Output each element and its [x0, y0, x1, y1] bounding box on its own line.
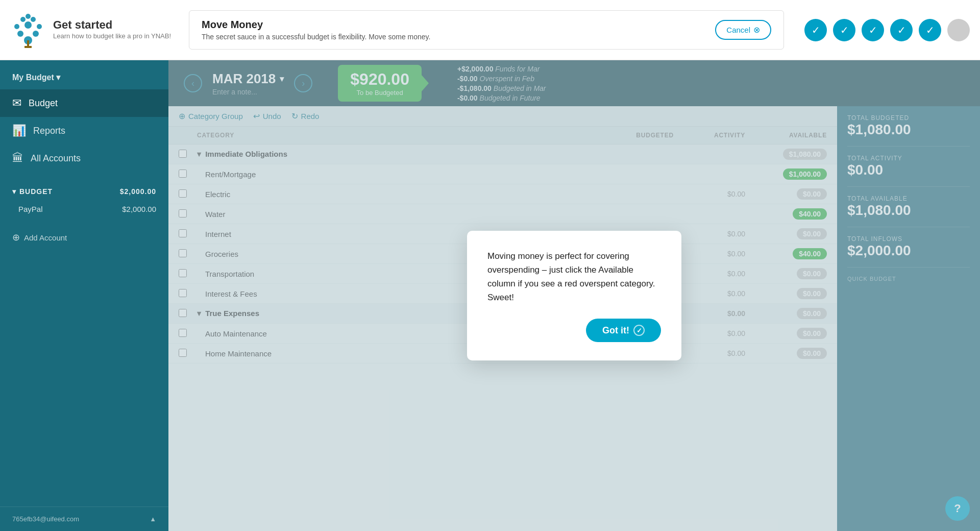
svg-point-3 [14, 24, 19, 29]
svg-point-2 [33, 31, 39, 37]
top-right-icons: ✓ ✓ ✓ ✓ ✓ [804, 19, 970, 41]
modal-overlay: Moving money is perfect for covering ove… [168, 60, 980, 531]
top-bar: Get started Learn how to budget like a p… [0, 0, 980, 60]
svg-point-4 [24, 21, 32, 29]
logo-text: Get started Learn how to budget like a p… [53, 18, 171, 41]
check-icon-2[interactable]: ✓ [833, 19, 855, 41]
reports-label: Reports [33, 126, 65, 136]
expand-icon: ▾ [12, 187, 16, 196]
sidebar-footer: 765efb34@uifeed.com ▲ [0, 506, 168, 531]
banner-description: The secret sauce in a successful budget … [202, 33, 430, 41]
main-layout: My Budget ▾ ✉ Budget 📊 Reports 🏛 All Acc… [0, 60, 980, 531]
account-amount: $2,000.00 [122, 205, 156, 213]
my-budget-label: My Budget ▾ [12, 73, 60, 82]
budget-area: ‹ MAR 2018 ▾ Enter a note... › $920.00 T… [168, 60, 980, 531]
section-label: BUDGET [19, 187, 53, 196]
check-icon-1[interactable]: ✓ [804, 19, 827, 41]
got-it-button[interactable]: Got it! ✓ [586, 319, 661, 342]
sidebar-accounts: ▾ BUDGET $2,000.00 PayPal $2,000.00 [0, 177, 168, 223]
sidebar: My Budget ▾ ✉ Budget 📊 Reports 🏛 All Acc… [0, 60, 168, 531]
sidebar-nav: My Budget ▾ ✉ Budget 📊 Reports 🏛 All Acc… [0, 60, 168, 177]
add-account-icon: ⊕ [12, 232, 20, 243]
got-it-check-icon: ✓ [633, 325, 645, 336]
move-money-banner: Move Money The secret sauce in a success… [189, 10, 784, 50]
modal-box: Moving money is perfect for covering ove… [467, 231, 681, 361]
accounts-section-header[interactable]: ▾ BUDGET $2,000.00 [0, 182, 168, 201]
sidebar-item-all-accounts[interactable]: 🏛 All Accounts [0, 144, 168, 172]
footer-expand-icon[interactable]: ▲ [150, 515, 156, 523]
get-started-title: Get started [53, 18, 171, 32]
modal-body-text: Moving money is perfect for covering ove… [487, 249, 661, 305]
budget-icon: ✉ [12, 96, 21, 110]
reports-icon: 📊 [12, 124, 26, 137]
svg-point-1 [17, 31, 23, 37]
cancel-label: Cancel [726, 26, 750, 34]
got-it-label: Got it! [602, 325, 629, 336]
add-account-label: Add Account [24, 233, 67, 242]
svg-point-5 [37, 24, 42, 29]
banner-title: Move Money [202, 19, 430, 31]
get-started-description: Learn how to budget like a pro in YNAB! [53, 32, 171, 41]
check-icon-4[interactable]: ✓ [890, 19, 913, 41]
add-account-button[interactable]: ⊕ Add Account [0, 226, 168, 249]
account-item-paypal[interactable]: PayPal $2,000.00 [0, 201, 168, 218]
ynab-logo-icon [10, 12, 46, 48]
svg-point-7 [31, 17, 36, 22]
banner-content: Move Money The secret sauce in a success… [202, 19, 430, 41]
check-icon-6[interactable] [947, 19, 970, 41]
sidebar-item-budget[interactable]: ✉ Budget [0, 89, 168, 117]
all-accounts-icon: 🏛 [12, 152, 23, 165]
check-icon-3[interactable]: ✓ [862, 19, 884, 41]
cancel-icon: ⊗ [753, 25, 760, 35]
user-email: 765efb34@uifeed.com [12, 515, 79, 523]
sidebar-item-reports[interactable]: 📊 Reports [0, 117, 168, 144]
svg-point-8 [26, 14, 31, 19]
all-accounts-label: All Accounts [31, 153, 81, 164]
cancel-button[interactable]: Cancel ⊗ [715, 20, 771, 40]
svg-point-6 [20, 17, 26, 22]
account-name: PayPal [18, 205, 43, 213]
section-amount: $2,000.00 [120, 187, 156, 196]
sidebar-nav-my-budget[interactable]: My Budget ▾ [0, 65, 168, 89]
logo-area: Get started Learn how to budget like a p… [10, 12, 179, 48]
budget-label: Budget [29, 98, 58, 109]
check-icon-5[interactable]: ✓ [919, 19, 941, 41]
